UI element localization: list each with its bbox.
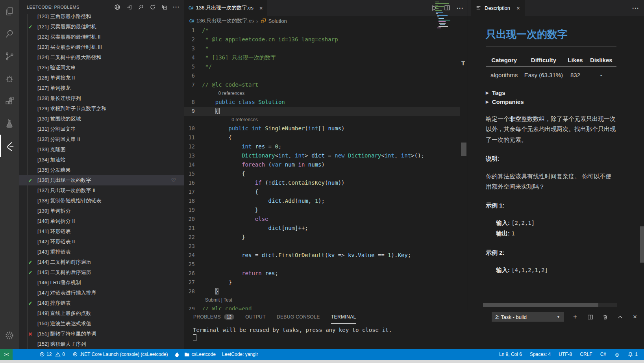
problem-item[interactable]: [130] 被围绕的区域 — [19, 114, 184, 124]
problem-item[interactable]: [123] 买卖股票的最佳时机 III — [19, 42, 184, 52]
refresh-icon[interactable] — [149, 4, 156, 11]
code-line[interactable]: 3 * — [184, 44, 460, 53]
problem-item[interactable]: [142] 环形链表 II — [19, 237, 184, 247]
code-line[interactable]: 16 if (!dict.ContainsKey(num)) — [184, 178, 460, 187]
code-line[interactable]: 21 dict[num]++; — [184, 224, 460, 233]
code-line[interactable]: 13 Dictionary<int, int> dict = new Dicti… — [184, 151, 460, 160]
problem-item[interactable]: [124] 二叉树中的最大路径和 — [19, 52, 184, 63]
codelens[interactable]: 0 references — [184, 116, 460, 124]
explorer-icon[interactable] — [0, 0, 19, 22]
description-tab[interactable]: Description × — [471, 0, 525, 16]
indentation-status[interactable]: Spaces: 4 — [527, 349, 553, 360]
code-line[interactable]: 5 */ — [184, 62, 460, 71]
problem-item[interactable]: [149] 直线上最多的点数 — [19, 308, 184, 319]
description-vscrollbar[interactable] — [640, 16, 644, 302]
code-line[interactable]: 2 * @lc app=leetcode.cn id=136 lang=csha… — [184, 35, 460, 44]
code-line[interactable]: 15 { — [184, 169, 460, 178]
new-terminal-icon[interactable]: + — [572, 313, 579, 320]
problem-item[interactable]: [129] 求根到叶子节点数字之和 — [19, 104, 184, 114]
problem-item[interactable]: [134] 加油站 — [19, 155, 184, 165]
pick-problem-search-icon[interactable] — [137, 4, 144, 11]
breadcrumb[interactable]: C# 136.只出现一次的数字.cs › Solution — [184, 16, 468, 26]
close-panel-icon[interactable]: × — [631, 313, 638, 320]
panel-tab-terminal[interactable]: TERMINAL — [331, 311, 356, 324]
editor-tab[interactable]: C# 136.只出现一次的数字.cs × — [184, 0, 267, 16]
terminal[interactable]: Terminal will be reused by tasks, press … — [184, 327, 644, 341]
panel-tab-debug-console[interactable]: DEBUG CONSOLE — [277, 311, 320, 324]
encoding-status[interactable]: UTF-8 — [556, 349, 574, 360]
minimap[interactable] — [435, 1, 459, 29]
description-tab-close-icon[interactable]: × — [516, 5, 520, 11]
problem-item[interactable]: [126] 单词接龙 II — [19, 73, 184, 83]
problem-item[interactable]: [125] 验证回文串 — [19, 63, 184, 73]
code-line[interactable]: 6 — [184, 71, 460, 80]
code-line[interactable]: 19 } — [184, 206, 460, 215]
code-line[interactable]: 28 } — [184, 287, 460, 296]
problem-item[interactable]: [137] 只出现一次的数字 II — [19, 185, 184, 196]
code-line[interactable]: 22 } — [184, 233, 460, 242]
problem-item[interactable]: ✓[148] 排序链表 — [19, 298, 184, 308]
problem-item[interactable]: [140] 单词拆分 II — [19, 216, 184, 226]
companies-section[interactable]: ▶ Companies — [486, 98, 616, 105]
code-line[interactable]: 14 foreach (var num in nums) — [184, 160, 460, 169]
split-terminal-icon[interactable] — [587, 313, 594, 320]
eol-status[interactable]: CRLF — [577, 349, 594, 360]
code-line[interactable]: 18 dict.Add(num, 1); — [184, 196, 460, 206]
panel-tab-output[interactable]: OUTPUT — [245, 311, 266, 324]
terminal-task-dropdown[interactable]: 2: Task - build ▼ — [492, 312, 564, 322]
description-vscrollbar-thumb[interactable] — [640, 226, 644, 263]
code-line[interactable]: 26 return res; — [184, 269, 460, 278]
code-line[interactable]: 8 public class Solution — [184, 98, 460, 107]
breadcrumb-file[interactable]: 136.只出现一次的数字.cs — [196, 17, 254, 24]
workspace-folder-status[interactable]: csLeetcode — [182, 349, 218, 360]
description-hscrollbar-thumb[interactable] — [483, 303, 598, 307]
problem-item[interactable]: [152] 乘积最大子序列 — [19, 339, 184, 349]
problem-item[interactable]: [135] 分发糖果 — [19, 165, 184, 175]
leetcode-icon[interactable] — [0, 135, 19, 157]
problem-item[interactable]: [146] LRU缓存机制 — [19, 278, 184, 288]
code-line[interactable]: 4 * [136] 只出现一次的数字 — [184, 53, 460, 62]
problem-item[interactable]: ×[151] 翻转字符串里的单词 — [19, 329, 184, 339]
editor-scrollbar-thumb[interactable] — [461, 143, 466, 156]
problem-item[interactable]: [147] 对链表进行插入排序 — [19, 288, 184, 298]
code-line[interactable]: 29// @lc code=end — [184, 304, 460, 310]
codelens[interactable]: 0 references — [184, 89, 460, 98]
problem-item[interactable]: [128] 最长连续序列 — [19, 93, 184, 104]
codelens[interactable]: Submit | Test — [184, 296, 460, 304]
problem-item[interactable]: [120] 三角形最小路径和 — [19, 14, 184, 22]
settings-gear-icon[interactable] — [0, 324, 19, 346]
problem-item[interactable]: ✓[144] 二叉树的前序遍历 — [19, 257, 184, 267]
description-hscrollbar[interactable] — [483, 303, 617, 307]
collapse-all-icon[interactable] — [161, 4, 168, 11]
problem-item[interactable]: [139] 单词拆分 — [19, 206, 184, 216]
code-line[interactable]: 23 — [184, 242, 460, 251]
code-line[interactable]: 12 int res = 0; — [184, 142, 460, 151]
more-actions-icon[interactable]: ··· — [173, 4, 180, 11]
tab-close-icon[interactable]: × — [259, 5, 263, 11]
cursor-position-status[interactable]: Ln 9, Col 6 — [497, 349, 524, 360]
code-line[interactable]: 27 } — [184, 278, 460, 287]
run-debug-icon[interactable] — [0, 67, 19, 90]
source-control-icon[interactable] — [0, 45, 19, 67]
code-line[interactable]: 11 { — [184, 133, 460, 142]
test-explorer-icon[interactable] — [0, 112, 19, 135]
favorite-heart-icon[interactable]: ♡ — [171, 177, 176, 183]
breadcrumb-symbol[interactable]: Solution — [268, 18, 287, 24]
search-icon[interactable] — [0, 22, 19, 45]
problem-item[interactable]: [150] 逆波兰表达式求值 — [19, 319, 184, 329]
problem-item[interactable]: [138] 复制带随机指针的链表 — [19, 196, 184, 206]
tags-section[interactable]: ▶ Tags — [486, 89, 616, 96]
editor-scrollbar[interactable]: T — [460, 0, 468, 310]
code-line[interactable]: 10 public int SingleNumber(int[] nums) — [184, 124, 460, 133]
problems-status[interactable]: 12 0 — [37, 349, 67, 360]
leetcode-user-status[interactable]: LeetCode: yanglr — [220, 349, 260, 360]
problem-item[interactable]: [127] 单词接龙 — [19, 83, 184, 93]
code-line[interactable]: 9 { — [184, 107, 460, 116]
problem-item[interactable]: ✓[145] 二叉树的后序遍历 — [19, 267, 184, 278]
language-mode-status[interactable]: C# — [598, 349, 609, 360]
code-line[interactable]: 17 { — [184, 187, 460, 196]
problem-item[interactable]: [133] 克隆图 — [19, 144, 184, 155]
problem-item[interactable]: [132] 分割回文串 II — [19, 134, 184, 144]
code-line[interactable]: 24 res = dict.FirstOrDefault(kv => kv.Va… — [184, 251, 460, 260]
code-line[interactable]: 7// @lc code=start — [184, 80, 460, 89]
